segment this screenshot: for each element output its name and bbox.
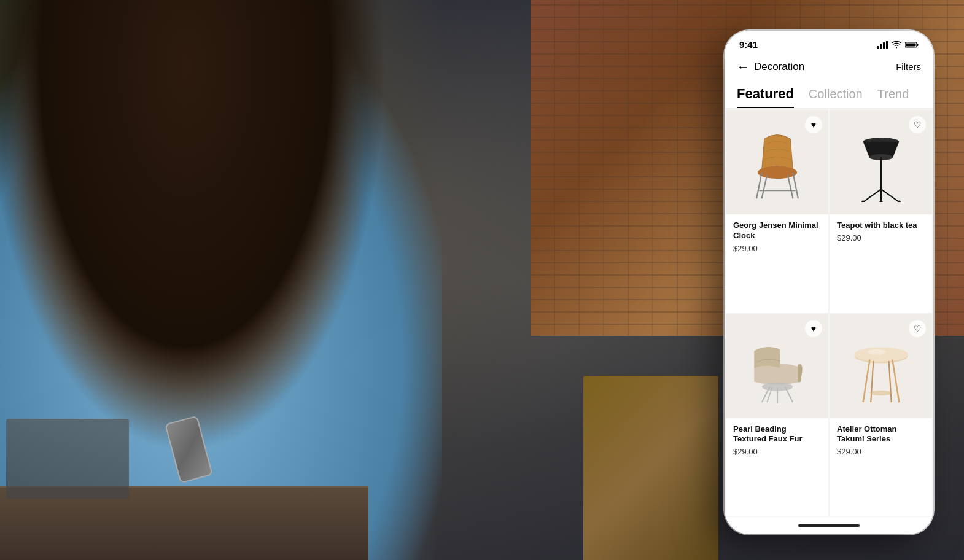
tab-featured[interactable]: Featured (737, 86, 794, 108)
product-name: Georg Jensen Minimal Clock (733, 220, 821, 241)
back-button[interactable]: ← (737, 60, 749, 74)
product-price: $29.00 (837, 447, 925, 456)
svg-rect-6 (917, 44, 919, 46)
svg-point-34 (869, 390, 892, 395)
svg-line-32 (871, 361, 873, 402)
status-time: 9:41 (739, 39, 758, 50)
laptop (6, 419, 129, 499)
svg-rect-7 (906, 43, 916, 46)
svg-point-22 (879, 200, 882, 202)
tab-trend[interactable]: Trend (877, 87, 909, 107)
svg-line-33 (888, 361, 891, 402)
nav-left: ← Decoration (737, 60, 804, 74)
product-price: $29.00 (733, 447, 821, 456)
tabs-bar: Featured Collection Trend (725, 81, 933, 109)
tab-collection[interactable]: Collection (809, 87, 863, 107)
svg-point-29 (854, 347, 908, 361)
home-bar (798, 524, 860, 527)
svg-line-10 (793, 173, 798, 198)
svg-line-30 (863, 359, 869, 402)
product-image-lamp (847, 122, 915, 202)
status-bar: 9:41 (725, 31, 933, 55)
wooden-furniture (583, 376, 718, 560)
product-card[interactable]: ♡ (830, 110, 932, 313)
status-icons (877, 41, 919, 49)
svg-rect-0 (877, 46, 879, 49)
product-name: Atelier Ottoman Takumi Series (837, 424, 925, 445)
svg-point-35 (868, 349, 886, 354)
svg-rect-1 (880, 44, 882, 49)
product-info: Georg Jensen Minimal Clock $29.00 (726, 214, 828, 262)
product-image-table (844, 326, 918, 406)
product-image-area: ♥ (726, 314, 828, 418)
wifi-icon (892, 41, 901, 49)
svg-line-17 (863, 189, 880, 202)
product-image-area: ♥ (726, 110, 828, 214)
signal-icon (877, 41, 888, 49)
product-image-area: ♡ (830, 314, 932, 418)
products-grid: ♥ (725, 109, 933, 517)
product-info: Atelier Ottoman Takumi Series $29.00 (830, 418, 932, 465)
svg-rect-3 (886, 41, 888, 49)
product-card[interactable]: ♡ Atelier Ottoman T (830, 314, 932, 516)
favorite-button[interactable]: ♡ (909, 116, 926, 133)
product-price: $29.00 (837, 233, 925, 243)
svg-line-31 (892, 359, 899, 402)
svg-point-4 (896, 47, 897, 48)
svg-line-12 (787, 175, 792, 198)
product-image-area: ♡ (830, 110, 932, 214)
home-indicator (725, 517, 933, 534)
filters-button[interactable]: Filters (896, 61, 921, 72)
svg-line-11 (761, 175, 766, 198)
product-price: $29.00 (733, 244, 821, 253)
favorite-button[interactable]: ♥ (805, 116, 822, 133)
favorite-button[interactable]: ♡ (909, 320, 926, 337)
phone-mockup: 9:41 (725, 31, 933, 534)
product-image-lounge (740, 326, 814, 406)
svg-rect-2 (883, 42, 885, 49)
svg-line-9 (756, 173, 761, 198)
svg-point-8 (757, 166, 796, 179)
page-title: Decoration (754, 61, 804, 73)
svg-line-18 (881, 189, 899, 202)
product-card[interactable]: ♥ (726, 314, 828, 516)
product-image-chair (744, 122, 811, 202)
favorite-button[interactable]: ♥ (805, 320, 822, 337)
product-info: Teapot with black tea $29.00 (830, 214, 932, 251)
product-name: Pearl Beading Textured Faux Fur (733, 424, 821, 445)
product-card[interactable]: ♥ (726, 110, 828, 313)
battery-icon (905, 41, 919, 49)
product-info: Pearl Beading Textured Faux Fur $29.00 (726, 418, 828, 465)
product-name: Teapot with black tea (837, 220, 925, 231)
nav-header: ← Decoration Filters (725, 55, 933, 81)
